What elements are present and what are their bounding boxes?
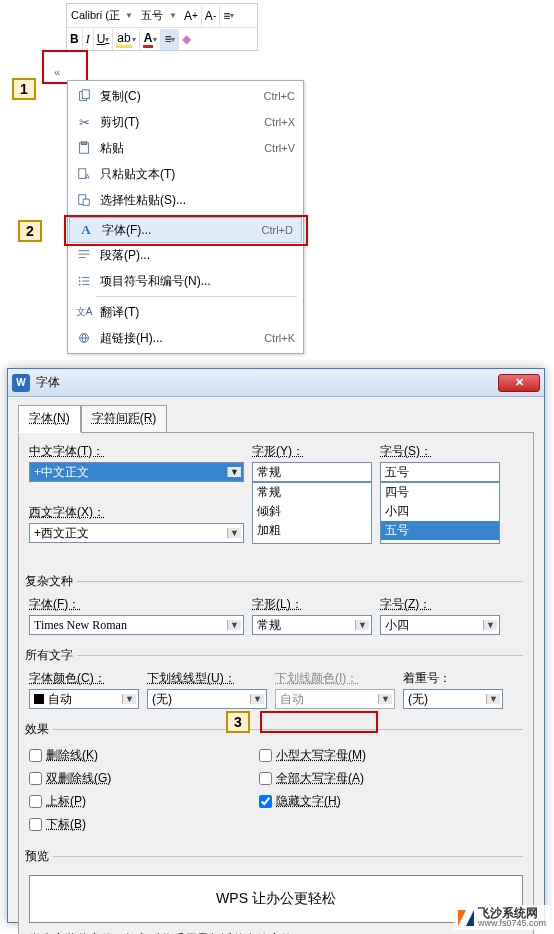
font-family-select[interactable]: Calibri (正▼ <box>67 8 137 23</box>
all-text-legend: 所有文字 <box>25 647 77 664</box>
chevron-down-icon: ▼ <box>227 528 241 538</box>
svg-rect-7 <box>83 199 89 205</box>
chevron-down-icon: ▼ <box>250 694 264 704</box>
paste-special-icon <box>74 193 94 207</box>
emphasis-label: 着重号： <box>403 670 503 687</box>
svg-point-13 <box>79 280 81 282</box>
menu-bullets[interactable]: 项目符号和编号(N)... <box>68 268 303 294</box>
style-label: 字形(Y)： <box>252 443 372 460</box>
cx-style-label: 字形(L)： <box>252 596 372 613</box>
cx-size-combo[interactable]: 小四▼ <box>380 615 500 635</box>
copy-icon <box>74 89 94 103</box>
cx-size-label: 字号(Z)： <box>380 596 500 613</box>
app-icon: W <box>12 374 30 392</box>
bold-button[interactable]: B <box>67 29 83 50</box>
line-spacing-button[interactable]: ≡▾ <box>220 5 237 26</box>
complex-legend: 复杂文种 <box>25 573 77 590</box>
step-marker-3: 3 <box>226 711 250 733</box>
chevron-down-icon: ▼ <box>355 620 369 630</box>
scissors-icon: ✂ <box>74 115 94 130</box>
format-painter-button[interactable]: ◆ <box>179 29 194 50</box>
step-marker-2: 2 <box>18 220 42 242</box>
paste-text-icon: A <box>74 167 94 181</box>
highlight-box-1 <box>42 50 88 84</box>
chevron-down-icon: ▼ <box>227 467 241 477</box>
font-icon: A <box>76 222 96 238</box>
size-label: 字号(S)： <box>380 443 500 460</box>
chevron-down-icon: ▼ <box>378 694 392 704</box>
menu-paste[interactable]: 粘贴 Ctrl+V <box>68 135 303 161</box>
dialog-titlebar: W 字体 ✕ <box>8 369 544 397</box>
link-icon <box>74 331 94 345</box>
font-size-select[interactable]: 五号▼ <box>137 8 181 23</box>
menu-paragraph[interactable]: 段落(P)... <box>68 242 303 268</box>
chk-superscript[interactable]: 上标(P) <box>29 793 259 810</box>
highlight-button[interactable]: ab▾ <box>113 29 139 50</box>
chk-small-caps[interactable]: 小型大写字母(M) <box>259 747 366 764</box>
chevron-down-icon: ▼ <box>486 694 500 704</box>
svg-point-15 <box>79 284 81 286</box>
menu-paste-text[interactable]: A 只粘贴文本(T) <box>68 161 303 187</box>
chevron-down-icon: ▼ <box>169 11 177 20</box>
svg-text:A: A <box>85 173 90 180</box>
chk-subscript[interactable]: 下标(B) <box>29 816 259 833</box>
preview-box: WPS 让办公更轻松 <box>29 875 523 923</box>
cursor-marker: « <box>54 66 60 78</box>
western-font-combo[interactable]: +西文正文▼ <box>29 523 244 543</box>
svg-rect-1 <box>82 90 89 99</box>
chevron-down-icon: ▼ <box>125 11 133 20</box>
increase-font-button[interactable]: A+ <box>181 5 202 26</box>
menu-font[interactable]: A 字体(F)... Ctrl+D <box>69 217 302 243</box>
menu-hyperlink[interactable]: 超链接(H)... Ctrl+K <box>68 325 303 351</box>
cx-style-combo[interactable]: 常规▼ <box>252 615 372 635</box>
tab-advanced[interactable]: 字符间距(R) <box>81 405 168 432</box>
cx-font-label: 字体(F)： <box>29 596 244 613</box>
close-button[interactable]: ✕ <box>498 374 540 392</box>
menu-separator <box>96 296 297 297</box>
underline-style-combo[interactable]: (无)▼ <box>147 689 267 709</box>
style-input[interactable]: 常规 <box>252 462 372 482</box>
size-listbox[interactable]: 四号 小四 五号 <box>380 482 500 544</box>
decrease-font-button[interactable]: A- <box>202 5 220 26</box>
style-listbox[interactable]: 常规 倾斜 加粗 <box>252 482 372 544</box>
chk-all-caps[interactable]: 全部大写字母(A) <box>259 770 366 787</box>
menu-cut[interactable]: ✂ 剪切(T) Ctrl+X <box>68 109 303 135</box>
chevron-down-icon: ▼ <box>483 620 497 630</box>
menu-paste-special[interactable]: 选择性粘贴(S)... <box>68 187 303 213</box>
dialog-title: 字体 <box>36 374 498 391</box>
size-input[interactable]: 五号 <box>380 462 500 482</box>
underline-button[interactable]: U▾ <box>94 29 114 50</box>
font-dialog: W 字体 ✕ 字体(N) 字符间距(R) 中文字体(T)： +中文正文▼ 字形(… <box>7 368 545 923</box>
chk-strikethrough[interactable]: 删除线(K) <box>29 747 259 764</box>
svg-point-11 <box>79 277 81 279</box>
italic-button[interactable]: I <box>83 29 94 50</box>
chinese-font-label: 中文字体(T)： <box>29 443 244 460</box>
cx-font-combo[interactable]: Times New Roman▼ <box>29 615 244 635</box>
context-menu: 复制(C) Ctrl+C ✂ 剪切(T) Ctrl+X 粘贴 Ctrl+V A … <box>67 80 304 354</box>
paragraph-icon <box>74 248 94 262</box>
svg-rect-3 <box>81 142 86 145</box>
chinese-font-combo[interactable]: +中文正文▼ <box>29 462 244 482</box>
list-icon <box>74 274 94 288</box>
menu-separator <box>96 215 297 216</box>
watermark: 飞沙系统网 www.fs0745.com <box>454 905 550 930</box>
step-marker-1: 1 <box>12 78 36 100</box>
clipboard-icon <box>74 141 94 155</box>
font-color-button[interactable]: A▾ <box>140 29 162 50</box>
chevron-down-icon: ▼ <box>227 620 241 630</box>
align-button[interactable]: ≡▾ <box>161 29 179 50</box>
preview-legend: 预览 <box>25 848 53 865</box>
menu-translate[interactable]: 文A 翻译(T) <box>68 299 303 325</box>
emphasis-combo[interactable]: (无)▼ <box>403 689 503 709</box>
chk-hidden[interactable]: 隐藏文字(H) <box>259 793 366 810</box>
chk-double-strikethrough[interactable]: 双删除线(G) <box>29 770 259 787</box>
menu-copy[interactable]: 复制(C) Ctrl+C <box>68 83 303 109</box>
western-font-label: 西文字体(X)： <box>29 504 244 521</box>
underline-color-label: 下划线颜色(I)： <box>275 670 395 687</box>
underline-color-combo: 自动▼ <box>275 689 395 709</box>
tab-font[interactable]: 字体(N) <box>18 405 81 433</box>
underline-style-label: 下划线线型(U)： <box>147 670 267 687</box>
color-combo[interactable]: 自动▼ <box>29 689 139 709</box>
color-label: 字体颜色(C)： <box>29 670 139 687</box>
translate-icon: 文A <box>74 305 94 319</box>
